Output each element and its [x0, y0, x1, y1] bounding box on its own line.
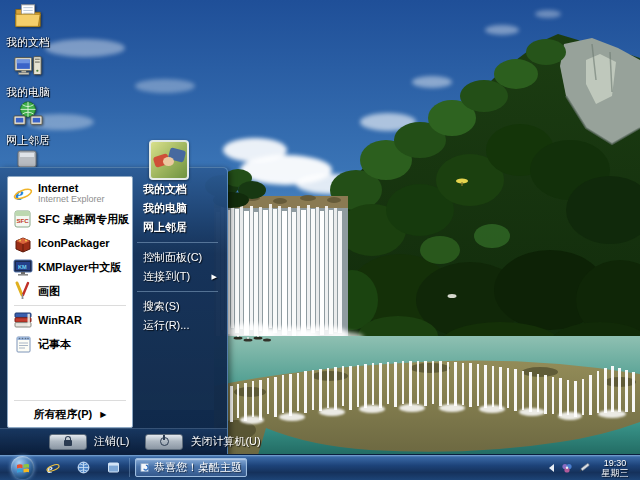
windows-flag-icon — [16, 461, 30, 475]
menu-item-search[interactable]: 搜索(S) — [133, 297, 222, 316]
my-computer-icon — [13, 52, 43, 82]
menu-item-connect-to[interactable]: 连接到(T) ▶ — [133, 267, 222, 286]
taskbar-clock[interactable]: 19:30 星期三 — [594, 458, 636, 478]
start-button[interactable] — [11, 456, 34, 479]
menu-item-paint[interactable]: 画图 — [8, 279, 132, 303]
clock-time: 19:30 — [594, 458, 636, 468]
power-icon — [160, 437, 169, 446]
menu-item-internet[interactable]: e Internet Internet Explorer — [8, 180, 132, 207]
svg-text:KM: KM — [18, 264, 27, 270]
menu-separator — [14, 305, 126, 306]
start-menu-bottom-bar: 注销(L) 关闭计算机(U) — [0, 428, 227, 454]
menu-item-my-documents[interactable]: 我的文档 — [133, 180, 222, 199]
globe-icon — [77, 461, 90, 474]
desktop: 我的文档 我的电脑 网上邻居 — [0, 0, 640, 480]
menu-item-run[interactable]: 运行(R)... — [133, 316, 222, 335]
webpage-icon — [140, 462, 150, 473]
taskbar-divider — [129, 458, 130, 477]
menu-item-sfc[interactable]: SFC SFC 桌酷网专用版 — [8, 207, 132, 231]
my-documents-icon — [13, 2, 43, 32]
desktop-icon-partial[interactable] — [12, 149, 42, 169]
quick-launch-browser-globe[interactable] — [76, 460, 91, 475]
user-picture[interactable] — [149, 140, 189, 180]
tray-pen-icon[interactable] — [577, 461, 590, 474]
winrar-books-icon — [13, 310, 33, 330]
desktop-icon-network-places[interactable]: 网上邻居 — [1, 100, 55, 148]
start-menu-left-panel: e Internet Internet Explorer SFC SFC 桌酷网… — [7, 176, 133, 428]
task-button-zhuoku[interactable]: 恭喜您！桌酷主题... — [135, 458, 247, 477]
desktop-icon-my-computer[interactable]: 我的电脑 — [1, 52, 55, 100]
tray-theme-flower-icon[interactable] — [560, 461, 573, 474]
quick-launch-show-desktop[interactable] — [106, 460, 121, 475]
menu-separator — [137, 291, 218, 292]
menu-item-kmplayer[interactable]: KM KMPlayer中文版 — [8, 255, 132, 279]
menu-item-network-places[interactable]: 网上邻居 — [133, 218, 222, 237]
submenu-arrow-icon: ▶ — [212, 267, 217, 286]
logoff-label: 注销(L) — [94, 434, 129, 449]
menu-item-control-panel[interactable]: 控制面板(C) — [133, 248, 222, 267]
desktop-icon-my-documents[interactable]: 我的文档 — [1, 2, 55, 50]
logoff-button[interactable] — [49, 434, 87, 450]
desktop-icon-label: 网上邻居 — [6, 133, 50, 148]
quick-launch-internet-explorer[interactable]: e — [45, 460, 60, 475]
menu-item-notepad[interactable]: 记事本 — [8, 332, 132, 356]
notepad-icon — [13, 334, 33, 354]
user-picture-detail — [163, 157, 174, 166]
start-menu: e Internet Internet Explorer SFC SFC 桌酷网… — [0, 167, 228, 455]
recycle-bin-icon — [15, 149, 39, 169]
taskbar: e 恭喜您！桌酷主题... — [0, 454, 640, 480]
menu-item-my-computer[interactable]: 我的电脑 — [133, 199, 222, 218]
svg-text:SFC: SFC — [16, 217, 29, 224]
paint-brush-icon — [13, 281, 33, 301]
collapse-arrow-icon[interactable] — [549, 464, 554, 472]
start-menu-right-panel: 我的文档 我的电脑 网上邻居 控制面板(C) 连接到(T) ▶ 搜索(S) 运行… — [133, 178, 222, 428]
internet-explorer-icon: e — [46, 461, 60, 475]
network-places-icon — [13, 100, 43, 130]
menu-item-iconpackager[interactable]: IconPackager — [8, 231, 132, 255]
shutdown-label: 关闭计算机(U) — [190, 434, 260, 449]
kmplayer-monitor-icon: KM — [13, 257, 33, 277]
menu-separator — [137, 242, 218, 243]
clock-day: 星期三 — [594, 468, 636, 478]
submenu-arrow-icon: ▶ — [100, 410, 106, 419]
all-programs-button[interactable]: 所有程序(P) ▶ — [8, 403, 132, 425]
shutdown-button[interactable] — [145, 434, 183, 450]
internet-explorer-icon: e — [13, 184, 33, 204]
menu-item-winrar[interactable]: WinRAR — [8, 308, 132, 332]
window-icon — [107, 461, 120, 474]
menu-spacer — [8, 356, 132, 398]
desktop-icon-label: 我的文档 — [6, 35, 50, 50]
lock-icon — [64, 440, 72, 446]
system-tray: 19:30 星期三 — [549, 455, 640, 480]
sfc-app-icon: SFC — [13, 209, 33, 229]
iconpackager-box-icon — [13, 233, 33, 253]
desktop-icon-label: 我的电脑 — [6, 85, 50, 100]
menu-separator — [14, 400, 126, 401]
